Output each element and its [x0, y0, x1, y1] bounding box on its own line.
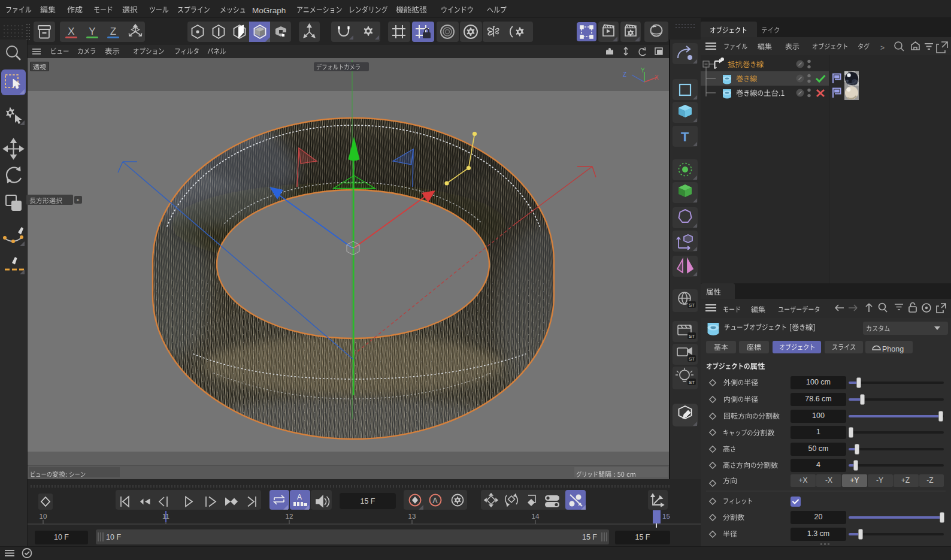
- svg-text:ST: ST: [689, 380, 695, 385]
- svg-text:A: A: [433, 497, 438, 505]
- svg-text:ST: ST: [689, 356, 695, 362]
- svg-text:Y: Y: [89, 26, 95, 37]
- svg-text:T: T: [681, 129, 689, 144]
- svg-text:X: X: [68, 26, 74, 37]
- svg-text:A: A: [297, 493, 302, 501]
- svg-text:ST: ST: [689, 302, 695, 308]
- svg-text:Z: Z: [110, 26, 116, 37]
- svg-text:ST: ST: [689, 334, 695, 339]
